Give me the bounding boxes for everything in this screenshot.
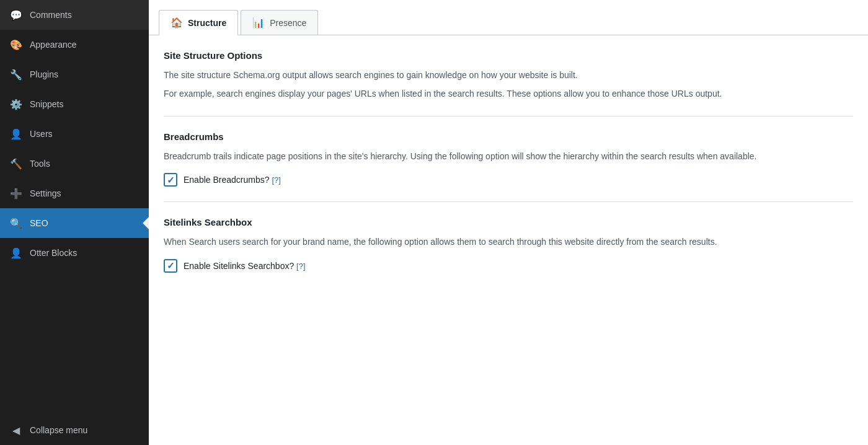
settings-icon: ➕	[10, 187, 22, 200]
sidebar-item-snippets[interactable]: ⚙️ Snippets	[0, 89, 149, 119]
seo-icon: 🔍	[10, 217, 22, 229]
main-content: 🏠 Structure 📊 Presence Site Structure Op…	[149, 0, 868, 445]
sidebar-item-plugins[interactable]: 🔧 Plugins	[0, 59, 149, 89]
presence-tab-label: Presence	[270, 18, 306, 28]
divider-1	[164, 116, 853, 117]
appearance-icon: 🎨	[10, 38, 22, 51]
sidebar-item-appearance[interactable]: 🎨 Appearance	[0, 30, 149, 59]
sidebar-label-otter-blocks: Otter Blocks	[30, 248, 77, 258]
comments-icon: 💬	[10, 9, 22, 21]
tab-presence[interactable]: 📊 Presence	[241, 10, 318, 35]
checkbox-row-sitelinks-searchbox: Enable Sitelinks Searchbox? [?]	[164, 259, 853, 273]
sidebar-label-settings: Settings	[30, 188, 61, 198]
sidebar-label-seo: SEO	[30, 218, 48, 228]
sidebar-label-appearance: Appearance	[30, 40, 77, 50]
otter-blocks-icon: 👤	[10, 247, 22, 259]
section-sitelinks-searchbox: Sitelinks SearchboxWhen Search users sea…	[164, 217, 853, 272]
sidebar: 💬 Comments 🎨 Appearance 🔧 Plugins ⚙️ Sni…	[0, 0, 149, 445]
checkbox-label-sitelinks-searchbox: Enable Sitelinks Searchbox? [?]	[184, 261, 306, 271]
plugins-icon: 🔧	[10, 68, 22, 81]
snippets-icon: ⚙️	[10, 98, 22, 110]
section-desc-breadcrumbs-0: Breadcrumb trails indicate page position…	[164, 149, 853, 163]
structure-tab-label: Structure	[188, 18, 226, 28]
tabs-bar: 🏠 Structure 📊 Presence	[149, 0, 868, 35]
section-desc-sitelinks-searchbox-0: When Search users search for your brand …	[164, 235, 853, 249]
sidebar-label-snippets: Snippets	[30, 99, 63, 109]
sidebar-item-tools[interactable]: 🔨 Tools	[0, 149, 149, 178]
help-link-sitelinks-searchbox[interactable]: [?]	[296, 262, 305, 271]
users-icon: 👤	[10, 128, 22, 140]
sidebar-label-tools: Tools	[30, 159, 50, 169]
collapse-icon: ◀	[10, 424, 22, 436]
presence-tab-icon: 📊	[252, 17, 265, 29]
section-title-sitelinks-searchbox: Sitelinks Searchbox	[164, 217, 853, 227]
checkbox-breadcrumbs[interactable]	[164, 173, 177, 187]
section-desc-site-structure-1: For example, search engines display your…	[164, 87, 853, 100]
content-area: Site Structure OptionsThe site structure…	[149, 35, 868, 288]
collapse-label: Collapse menu	[30, 425, 87, 435]
sidebar-item-seo[interactable]: 🔍 SEO	[0, 208, 149, 238]
tools-icon: 🔨	[10, 157, 22, 170]
checkbox-row-breadcrumbs: Enable Breadcrumbs? [?]	[164, 173, 853, 187]
sidebar-label-plugins: Plugins	[30, 69, 58, 79]
checkbox-sitelinks-searchbox[interactable]	[164, 259, 177, 273]
checkbox-label-breadcrumbs: Enable Breadcrumbs? [?]	[184, 175, 281, 185]
sidebar-label-users: Users	[30, 129, 53, 139]
section-site-structure: Site Structure OptionsThe site structure…	[164, 50, 853, 101]
divider-2	[164, 201, 853, 202]
section-breadcrumbs: BreadcrumbsBreadcrumb trails indicate pa…	[164, 131, 853, 187]
sidebar-item-users[interactable]: 👤 Users	[0, 119, 149, 149]
section-title-site-structure: Site Structure Options	[164, 50, 853, 61]
collapse-menu[interactable]: ◀ Collapse menu	[0, 415, 149, 445]
section-title-breadcrumbs: Breadcrumbs	[164, 131, 853, 142]
structure-tab-icon: 🏠	[170, 17, 183, 29]
sidebar-label-comments: Comments	[30, 10, 72, 20]
help-link-breadcrumbs[interactable]: [?]	[272, 175, 280, 185]
sidebar-item-settings[interactable]: ➕ Settings	[0, 178, 149, 208]
section-desc-site-structure-0: The site structure Schema.org output all…	[164, 68, 853, 82]
sidebar-item-comments[interactable]: 💬 Comments	[0, 0, 149, 30]
tab-structure[interactable]: 🏠 Structure	[159, 10, 238, 35]
sidebar-item-otter-blocks[interactable]: 👤 Otter Blocks	[0, 238, 149, 268]
